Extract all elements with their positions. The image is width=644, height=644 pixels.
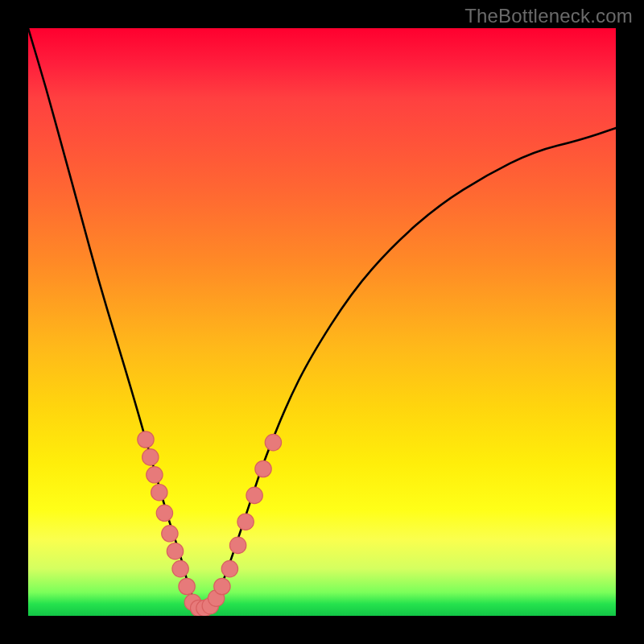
sample-point	[172, 560, 188, 576]
sample-point	[265, 434, 281, 450]
sample-point	[167, 543, 183, 559]
sample-point	[142, 449, 159, 465]
sample-point	[229, 537, 246, 553]
bottleneck-curve-path	[28, 28, 616, 610]
chart-overlay-svg	[28, 28, 616, 616]
sample-point	[221, 560, 237, 576]
chart-matte	[0, 0, 644, 644]
chart-plot-area	[28, 28, 616, 616]
sample-point	[147, 467, 163, 483]
sample-point	[237, 514, 254, 530]
sample-point	[156, 505, 172, 521]
watermark-text: TheBottleneck.com	[464, 5, 633, 27]
sample-point	[138, 431, 154, 448]
sample-point	[246, 487, 262, 503]
sample-point	[179, 578, 195, 594]
sample-point	[151, 485, 167, 501]
sample-point	[214, 578, 230, 594]
sample-points-group	[138, 431, 282, 616]
sample-point	[255, 460, 271, 477]
sample-point	[162, 526, 178, 542]
